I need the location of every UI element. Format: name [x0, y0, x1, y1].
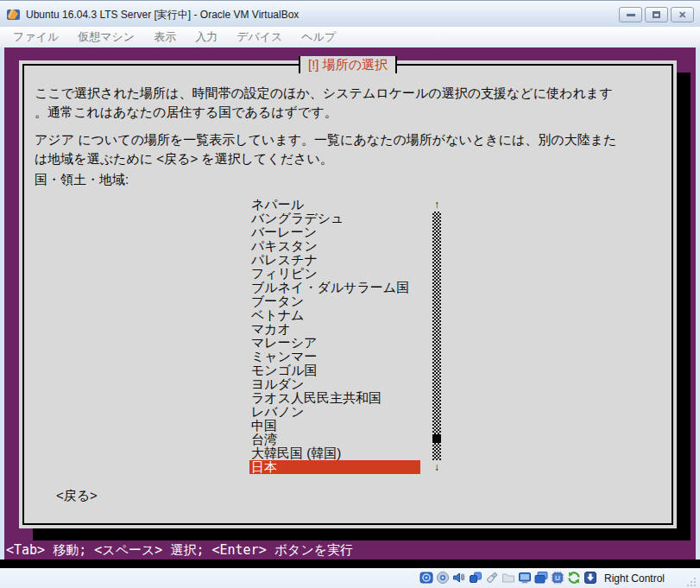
country-list-item[interactable]: 大韓民国 (韓国)	[249, 446, 420, 460]
country-list-label: 国・領土・地域:	[35, 170, 129, 189]
minimize-button[interactable]	[619, 7, 642, 22]
hint-paragraph: アジア についての場所を一覧表示しています。一覧にあなたの場所がないときには、別…	[35, 130, 616, 168]
restore-button[interactable]	[645, 7, 668, 22]
country-list-item[interactable]: 中国	[249, 419, 420, 433]
country-list-item[interactable]: ブータン	[249, 294, 420, 308]
keyboard-help-line: <Tab> 移動; <スペース> 選択; <Enter> ボタンを実行	[6, 542, 353, 558]
hint-line-2: は地域を選ぶために <戻る> を選択してください。	[35, 149, 616, 168]
close-button[interactable]: ✕	[671, 7, 694, 22]
virtualbox-logo-icon	[6, 7, 21, 22]
country-list-item[interactable]: レバノン	[249, 405, 420, 419]
menu-devices[interactable]: デバイス	[227, 29, 292, 45]
menu-view[interactable]: 表示	[144, 29, 186, 45]
menu-file[interactable]: ファイル	[3, 29, 68, 45]
minimize-icon	[627, 14, 635, 16]
keyboard-capture-icon[interactable]	[583, 571, 597, 585]
shared-folders-icon[interactable]	[501, 571, 515, 585]
dialog-title: [!] 場所の選択	[299, 56, 397, 73]
country-list-item[interactable]: パキスタン	[249, 239, 420, 253]
scroll-up-icon[interactable]: ↑	[432, 198, 441, 212]
country-list-item[interactable]: ラオス人民民主共和国	[249, 391, 420, 405]
menu-input[interactable]: 入力	[186, 29, 227, 45]
country-list-item[interactable]: 台湾	[249, 433, 420, 446]
intro-line-2: 。通常これはあなたの居住する国であるはずです。	[35, 103, 613, 122]
country-list-item[interactable]: モンゴル国	[249, 364, 420, 377]
title-bar[interactable]: Ubuntu 16.04.3 LTS Server [実行中] - Oracle…	[0, 0, 700, 27]
scrollbar-track[interactable]	[432, 212, 441, 460]
hard-disks-icon[interactable]	[419, 571, 433, 585]
country-list-item[interactable]: バーレーン	[249, 225, 420, 239]
country-list-item[interactable]: バングラデシュ	[249, 212, 420, 225]
close-icon: ✕	[678, 10, 686, 20]
scrollbar-thumb[interactable]	[432, 434, 441, 443]
country-list-item[interactable]: ブルネイ・ダルサラーム国	[249, 281, 420, 294]
country-list-item[interactable]: マカオ	[249, 322, 420, 336]
country-list-item[interactable]: ヨルダン	[249, 377, 420, 391]
country-list-item[interactable]: ベトナム	[249, 308, 420, 322]
window-title: Ubuntu 16.04.3 LTS Server [実行中] - Oracle…	[26, 8, 299, 22]
recording-icon[interactable]	[534, 571, 548, 585]
list-scrollbar[interactable]: ↑ ↓	[432, 198, 441, 474]
intro-paragraph: ここで選択された場所は、時間帯の設定のほか、システムロケールの選択の支援などに使…	[35, 84, 613, 122]
hint-line-1: アジア についての場所を一覧表示しています。一覧にあなたの場所がないときには、別…	[35, 130, 616, 149]
menu-machine[interactable]: 仮想マシン	[68, 29, 144, 45]
country-list-item[interactable]: ネパール	[249, 198, 420, 212]
menu-bar: ファイル 仮想マシン 表示 入力 デバイス ヘルプ	[0, 27, 700, 47]
mouse-integration-icon[interactable]	[567, 571, 581, 585]
scroll-down-icon[interactable]: ↓	[432, 460, 441, 474]
menu-help[interactable]: ヘルプ	[292, 29, 345, 45]
cpu-features-icon[interactable]: U	[551, 571, 564, 585]
country-list-item[interactable]: マレーシア	[249, 336, 420, 350]
network-icon[interactable]	[469, 571, 482, 585]
usb-devices-icon[interactable]	[485, 571, 499, 585]
country-list-item-selected[interactable]: 日本	[249, 460, 420, 474]
country-list-item[interactable]: パレスチナ	[249, 253, 420, 267]
host-key-label: Right Control	[604, 572, 665, 585]
restore-icon	[653, 11, 660, 18]
vm-screen-bottom-strip	[0, 560, 700, 568]
svg-text:U: U	[555, 574, 560, 582]
intro-line-1: ここで選択された場所は、時間帯の設定のほか、システムロケールの選択の支援などに使…	[35, 84, 613, 103]
back-button[interactable]: <戻る>	[56, 488, 98, 504]
optical-drives-icon[interactable]	[436, 571, 450, 585]
country-list: ネパール バングラデシュ バーレーン パキスタン パレスチナ フィリピン ブルネ…	[249, 198, 420, 474]
installer-dialog: [!] 場所の選択 ここで選択された場所は、時間帯の設定のほか、システムロケール…	[19, 60, 677, 528]
resize-grip-icon[interactable]	[686, 575, 697, 585]
audio-icon[interactable]	[452, 571, 466, 585]
country-list-item[interactable]: ミャンマー	[249, 350, 420, 364]
status-bar: U Right Control	[0, 568, 700, 588]
display-icon[interactable]	[518, 571, 532, 585]
country-list-item[interactable]: フィリピン	[249, 267, 420, 281]
